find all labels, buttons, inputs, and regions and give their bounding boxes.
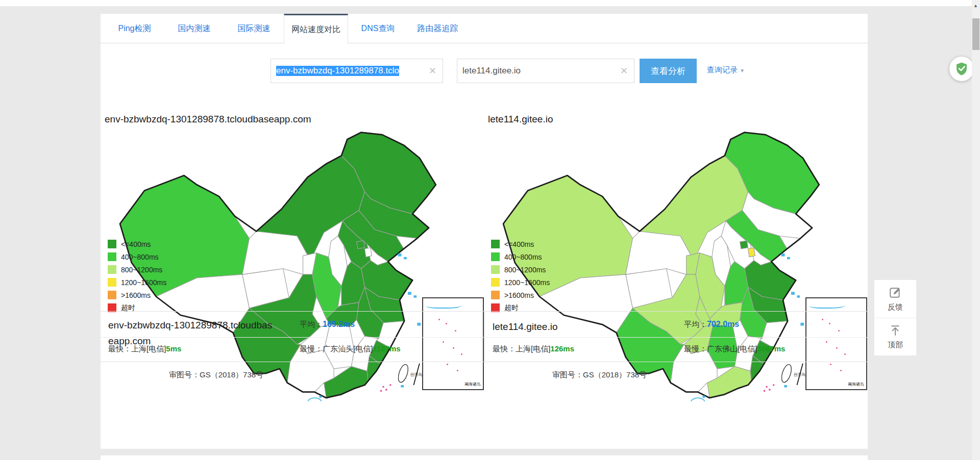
slowest-location: 广东汕头[电信] — [323, 344, 373, 353]
avg-label: 平均： — [300, 320, 323, 328]
legend-label: >1600ms — [504, 291, 534, 299]
pencil-edit-icon — [889, 286, 902, 299]
fastest-location: 上海[电信] — [131, 344, 166, 353]
legend-label: 400~800ms — [121, 253, 159, 261]
url-input-2-value: lete114.gitee.io — [462, 66, 521, 76]
tool-tabbar: Ping检测 国内测速 国际测速 网站速度对比 DNS查询 路由器追踪 — [101, 14, 868, 43]
chevron-down-icon: ▼ — [740, 68, 745, 73]
legend-item: >1600ms — [491, 289, 550, 301]
legend-swatch — [491, 278, 500, 287]
tab-ping[interactable]: Ping检测 — [105, 14, 164, 43]
avg-value: 702.0ms — [707, 320, 739, 328]
legend-swatch — [491, 240, 500, 248]
legend-item: <=400ms — [108, 238, 166, 250]
clear-icon[interactable]: ✕ — [428, 65, 437, 76]
legend-label: 1200~1600ms — [121, 278, 166, 287]
legend-swatch — [108, 265, 116, 274]
scrollbar-thumb[interactable] — [972, 18, 979, 50]
speed-compare-panel: Ping检测 国内测速 国际测速 网站速度对比 DNS查询 路由器追踪 env-… — [101, 14, 868, 449]
feedback-label: 反馈 — [888, 302, 903, 312]
avg-label: 平均： — [684, 320, 707, 328]
legend-item: <=400ms — [491, 238, 550, 250]
map-legend: <=400ms400~800ms800~1200ms1200~1600ms>16… — [108, 238, 166, 314]
legend-swatch — [108, 278, 116, 287]
legend-label: <=400ms — [504, 240, 534, 248]
inset-coastline — [426, 300, 462, 309]
browser-top-strip — [0, 0, 972, 6]
legend-item: 1200~1600ms — [108, 276, 166, 289]
legend-label: >1600ms — [121, 291, 151, 299]
scroll-up-arrow-icon[interactable]: ▲ — [973, 3, 978, 8]
result-summary-table: env-bzbwbzdq-1301289878.tcloudbaseapp.co… — [101, 311, 868, 362]
legend-item: 1200~1600ms — [491, 276, 550, 289]
legend-label: 800~1200ms — [504, 266, 546, 274]
summary-right: lete114.gitee.io 平均：702.0ms 最快：上海[电信]126… — [485, 312, 868, 363]
inset-label: 南海诸岛 — [848, 381, 864, 387]
slowest-cell: 最慢：广东佛山[电信]3667ms — [684, 344, 785, 354]
legend-label: 800~1200ms — [121, 266, 162, 274]
tab-site-speed-compare[interactable]: 网站速度对比 — [284, 14, 348, 44]
fastest-value: 5ms — [166, 344, 181, 353]
url-input-1-selected-text: env-bzbwbzdq-1301289878.tclo — [276, 66, 399, 76]
tab-dns-lookup[interactable]: DNS查询 — [348, 14, 408, 43]
legend-swatch — [491, 291, 500, 299]
next-section-strip — [101, 455, 868, 460]
history-link-label: 查询记录 — [707, 65, 738, 74]
feedback-button[interactable]: 反馈 — [874, 280, 916, 318]
fastest-location: 上海[电信] — [516, 344, 550, 353]
legend-swatch — [491, 265, 500, 274]
fastest-cell: 最快：上海[电信]126ms — [493, 344, 574, 354]
clear-icon[interactable]: ✕ — [619, 65, 629, 76]
legend-swatch — [108, 252, 116, 261]
slowest-location: 广东佛山[电信] — [707, 344, 757, 353]
legend-swatch — [108, 291, 116, 299]
map-approval-number: 审图号：GS（2018）738号 — [552, 370, 647, 380]
back-to-top-label: 顶部 — [888, 340, 903, 350]
slowest-label: 最慢： — [300, 344, 323, 353]
legend-label: <=400ms — [121, 240, 151, 248]
legend-item: >1600ms — [108, 289, 166, 301]
shield-check-icon — [954, 61, 969, 76]
back-to-top-button[interactable]: 顶部 — [874, 318, 916, 355]
avg-cell: 平均：702.0ms — [684, 320, 739, 329]
legend-swatch — [108, 240, 116, 248]
fastest-cell: 最快：上海[电信]5ms — [108, 344, 181, 354]
slowest-value: 3667ms — [757, 344, 785, 353]
map-legend: <=400ms400~800ms800~1200ms1200~1600ms>16… — [491, 238, 550, 314]
history-link[interactable]: 查询记录 ▼ — [707, 65, 745, 75]
legend-item: 400~800ms — [108, 250, 166, 263]
arrow-to-top-icon — [889, 324, 902, 337]
url-input-2[interactable]: lete114.gitee.io ✕ — [457, 59, 634, 83]
fastest-label: 最快： — [493, 344, 516, 353]
avg-value: 169.2ms — [323, 320, 355, 328]
legend-label: 1200~1600ms — [504, 278, 550, 287]
slowest-cell: 最慢：广东汕头[电信]1197ms — [300, 344, 401, 354]
floating-side-panel: 反馈 顶部 — [874, 280, 916, 355]
avg-cell: 平均：169.2ms — [300, 320, 355, 329]
site-name: lete114.gitee.io — [493, 319, 697, 335]
slowest-value: 1197ms — [373, 344, 400, 353]
page-scrollbar[interactable]: ▲ — [972, 0, 980, 460]
legend-swatch — [491, 252, 500, 261]
inset-label: 南海诸岛 — [464, 381, 481, 387]
summary-left: env-bzbwbzdq-1301289878.tcloudbaseapp.co… — [101, 312, 484, 363]
legend-item: 800~1200ms — [491, 263, 550, 276]
tab-international-speed[interactable]: 国际测速 — [224, 14, 284, 43]
security-extension-badge[interactable] — [949, 57, 974, 81]
analyze-button[interactable]: 查看分析 — [640, 59, 697, 83]
map-approval-number: 审图号：GS（2018）738号 — [169, 370, 263, 380]
fastest-label: 最快： — [108, 344, 131, 353]
inset-coastline — [810, 300, 845, 309]
legend-item: 800~1200ms — [108, 263, 166, 276]
tab-domestic-speed[interactable]: 国内测速 — [164, 14, 224, 43]
tab-traceroute[interactable]: 路由器追踪 — [408, 14, 468, 43]
slowest-label: 最慢： — [684, 344, 707, 353]
fastest-value: 126ms — [550, 344, 574, 353]
legend-label: 400~800ms — [504, 253, 542, 261]
url-input-1[interactable]: env-bzbwbzdq-1301289878.tclo ✕ — [271, 59, 443, 83]
legend-item: 400~800ms — [491, 250, 550, 263]
